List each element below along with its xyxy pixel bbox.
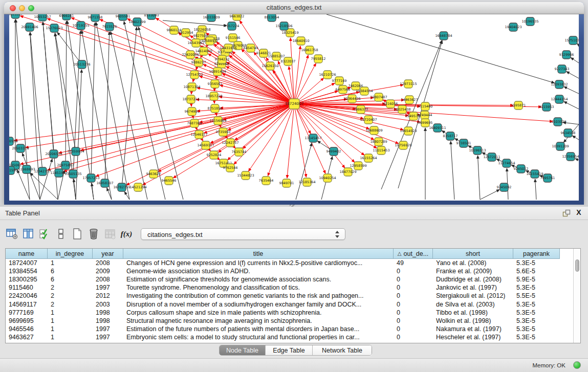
window-titlebar[interactable]: citations_edges.txt xyxy=(4,2,584,14)
table-cell[interactable]: 2 xyxy=(48,292,93,300)
table-row[interactable]: 2242004622012Investigating the contribut… xyxy=(6,292,573,300)
tab-node-table[interactable]: Node Table xyxy=(220,345,266,355)
table-cell[interactable]: 2003 xyxy=(93,300,123,308)
table-cell[interactable]: Corpus callosum shape and size in male p… xyxy=(123,309,394,317)
table-cell[interactable]: 0 xyxy=(394,317,433,325)
table-cell[interactable]: 18724007 xyxy=(6,259,48,267)
select-columns-icon[interactable] xyxy=(20,226,36,242)
table-cell[interactable]: 0 xyxy=(394,325,433,333)
table-cell[interactable]: 0 xyxy=(394,292,433,300)
column-header-pagerank[interactable]: pagerank xyxy=(513,249,560,259)
table-cell[interactable]: 9699695 xyxy=(6,317,48,325)
table-cell[interactable]: 18300295 xyxy=(6,275,48,283)
table-cell[interactable]: Embryonic stem cells: a model to study s… xyxy=(123,333,394,341)
table-cell[interactable]: 5.3E-5 xyxy=(513,283,560,292)
table-cell[interactable]: 5.3E-5 xyxy=(513,317,560,325)
table-cell[interactable]: 0 xyxy=(394,309,433,317)
table-cell[interactable]: 5.9E-5 xyxy=(513,275,560,283)
table-cell[interactable]: Changes of HCN gene expression and I(f) … xyxy=(123,259,394,267)
table-row[interactable]: 946554611997Estimation of the future num… xyxy=(6,325,573,333)
table-row[interactable]: 1872400712008Changes of HCN gene express… xyxy=(6,259,573,267)
float-panel-icon[interactable] xyxy=(562,209,571,217)
table-row[interactable]: 969969511998Structural magnetic resonanc… xyxy=(6,317,573,325)
table-cell[interactable]: 1 xyxy=(48,333,93,341)
table-row[interactable]: 1830029562008Estimation of significance … xyxy=(6,275,573,283)
table-cell[interactable]: Estimation of the future numbers of pati… xyxy=(123,325,394,333)
table-options-icon[interactable] xyxy=(4,226,19,242)
table-cell[interactable]: 5.3E-5 xyxy=(513,333,560,341)
table-cell[interactable]: 1 xyxy=(48,317,93,325)
network-canvas[interactable]: 1621072697771696497568746206619384554203… xyxy=(9,14,579,201)
close-panel-icon[interactable]: X xyxy=(575,208,583,217)
table-cell[interactable]: Nakamura et al. (1997) xyxy=(433,325,513,333)
table-cell[interactable]: 1997 xyxy=(93,283,123,292)
table-cell[interactable]: 1998 xyxy=(93,317,123,325)
table-cell[interactable]: 2 xyxy=(48,300,93,308)
table-cell[interactable]: Tibbo et al. (1998) xyxy=(433,309,513,317)
table-row[interactable]: 1938455462009Genome-wide association stu… xyxy=(6,267,573,275)
select-all-rows-icon[interactable] xyxy=(37,226,52,242)
table-cell[interactable]: 9115460 xyxy=(6,283,48,292)
create-table-icon[interactable] xyxy=(70,226,85,242)
table-cell[interactable]: Hescheler et al. (1997) xyxy=(433,333,513,341)
table-cell[interactable]: 22420046 xyxy=(6,292,48,300)
table-cell[interactable]: 6 xyxy=(48,267,93,275)
table-cell[interactable]: Jankovic et al. (1997) xyxy=(433,283,513,292)
table-cell[interactable]: Genome-wide association studies in ADHD. xyxy=(123,267,394,275)
table-cell[interactable]: 9465546 xyxy=(6,325,48,333)
table-cell[interactable]: 19384554 xyxy=(6,267,48,275)
table-cell[interactable]: 0 xyxy=(394,333,433,341)
table-cell[interactable]: Stergiakouli et al. (2012) xyxy=(433,292,513,300)
table-cell[interactable]: 49 xyxy=(394,259,433,267)
table-cell[interactable]: 14569117 xyxy=(6,300,48,308)
function-builder-icon[interactable]: f(x) xyxy=(119,226,134,242)
table-cell[interactable]: Yano et al. (2008) xyxy=(433,259,513,267)
table-cell[interactable]: 0 xyxy=(394,283,433,292)
table-cell[interactable]: 2008 xyxy=(93,275,123,283)
table-cell[interactable]: 1 xyxy=(48,309,93,317)
table-cell[interactable]: 5.3E-5 xyxy=(513,309,560,317)
table-cell[interactable]: 1997 xyxy=(93,333,123,341)
row-height-icon[interactable] xyxy=(53,226,69,242)
column-header-name[interactable]: name xyxy=(6,249,48,259)
table-cell[interactable]: de Silva et al. (2003) xyxy=(433,300,513,308)
table-cell[interactable]: Investigating the contribution of common… xyxy=(123,292,394,300)
table-cell[interactable]: 2009 xyxy=(93,267,123,275)
column-header-year[interactable]: year xyxy=(93,249,123,259)
table-cell[interactable]: Disruption of a novel member of a sodium… xyxy=(123,300,394,308)
table-cell[interactable]: Tourette syndrome. Phenomenology and cla… xyxy=(123,283,394,292)
table-cell[interactable]: 5.3E-5 xyxy=(513,300,560,308)
column-header-out_de[interactable]: △out_de... xyxy=(394,249,433,259)
import-table-icon[interactable] xyxy=(102,226,118,242)
table-cell[interactable]: 2012 xyxy=(93,292,123,300)
table-row[interactable]: 911546021997Tourette syndrome. Phenomeno… xyxy=(6,283,573,292)
delete-table-icon[interactable] xyxy=(86,226,101,242)
table-cell[interactable]: 9777169 xyxy=(6,309,48,317)
table-row[interactable]: 1456911722003Disruption of a novel membe… xyxy=(6,300,573,308)
column-header-title[interactable]: title xyxy=(123,249,394,259)
table-cell[interactable]: Franke et al. (2009) xyxy=(433,267,513,275)
table-cell[interactable]: 0 xyxy=(394,275,433,283)
table-cell[interactable]: 6 xyxy=(48,275,93,283)
table-cell[interactable]: 5.3E-5 xyxy=(513,325,560,333)
table-cell[interactable]: 0 xyxy=(394,300,433,308)
tab-network-table[interactable]: Network Table xyxy=(313,345,372,355)
vertical-scrollbar[interactable] xyxy=(573,249,580,343)
table-selector-dropdown[interactable]: citations_edges.txt xyxy=(141,228,345,240)
table-cell[interactable]: 5.3E-5 xyxy=(513,259,560,267)
column-header-in_degree[interactable]: in_degree xyxy=(48,249,93,259)
table-cell[interactable]: Dudbridge et al. (2008) xyxy=(433,275,513,283)
table-cell[interactable]: Structural magnetic resonance image aver… xyxy=(123,317,394,325)
table-cell[interactable]: 1 xyxy=(48,325,93,333)
table-cell[interactable]: 2008 xyxy=(93,259,123,267)
table-row[interactable]: 946362711997Embryonic stem cells: a mode… xyxy=(6,333,573,341)
table-cell[interactable]: 0 xyxy=(394,267,433,275)
table-cell[interactable]: 9463627 xyxy=(6,333,48,341)
tab-edge-table[interactable]: Edge Table xyxy=(266,345,313,355)
scrollbar-thumb[interactable] xyxy=(575,259,579,272)
table-cell[interactable]: 2 xyxy=(48,283,93,292)
table-cell[interactable]: 1 xyxy=(48,259,93,267)
table-row[interactable]: 977716911998Corpus callosum shape and si… xyxy=(6,309,573,317)
table-cell[interactable]: 5.5E-5 xyxy=(513,292,560,300)
table-cell[interactable]: 1998 xyxy=(93,309,123,317)
